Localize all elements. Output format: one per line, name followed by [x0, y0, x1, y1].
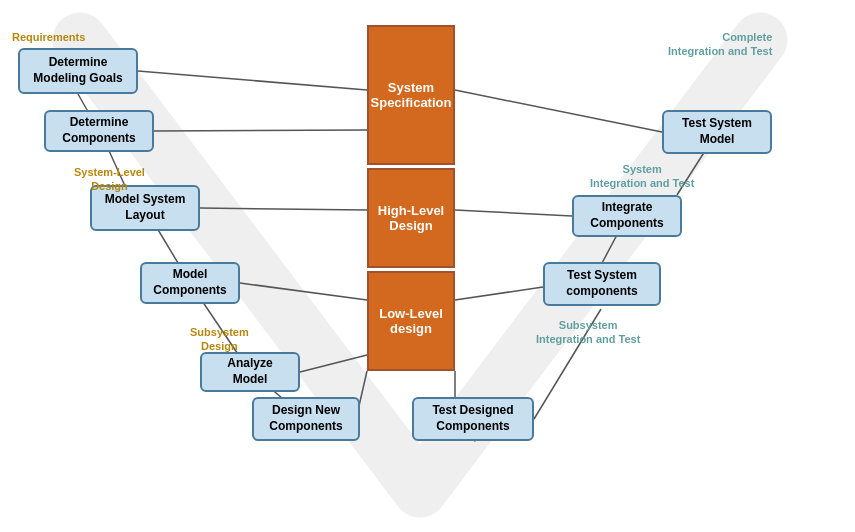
- integrate-components-box: IntegrateComponents: [572, 195, 682, 237]
- system-level-design-label: System-LevelDesign: [74, 165, 145, 194]
- test-system-model-label: Test SystemModel: [682, 116, 752, 147]
- test-designed-components-label: Test DesignedComponents: [432, 403, 513, 434]
- model-components-box: ModelComponents: [140, 262, 240, 304]
- determine-components-label: DetermineComponents: [62, 115, 135, 146]
- design-new-components-label: Design NewComponents: [269, 403, 342, 434]
- subsystem-integration-test-label: SubsystemIntegration and Test: [536, 318, 640, 347]
- determine-modeling-goals-box: DetermineModeling Goals: [18, 48, 138, 94]
- requirements-label: Requirements: [12, 30, 85, 44]
- complete-integration-test-label: CompleteIntegration and Test: [668, 30, 772, 59]
- svg-line-0: [138, 71, 367, 90]
- high-level-design-label: High-Level Design: [378, 203, 444, 233]
- diagram-container: System Specification High-Level Design L…: [0, 0, 855, 532]
- high-level-design-box: High-Level Design: [367, 168, 455, 268]
- svg-line-3: [240, 283, 367, 300]
- low-level-design-box: Low-Level design: [367, 271, 455, 371]
- test-designed-components-box: Test DesignedComponents: [412, 397, 534, 441]
- analyze-model-label: AnalyzeModel: [227, 356, 272, 387]
- system-integration-test-label: SystemIntegration and Test: [590, 162, 694, 191]
- subsystem-design-label: SubsystemDesign: [190, 325, 249, 354]
- system-specification-box: System Specification: [367, 25, 455, 165]
- svg-line-7: [455, 90, 662, 132]
- determine-modeling-goals-label: DetermineModeling Goals: [33, 55, 122, 86]
- svg-line-8: [455, 210, 572, 216]
- system-spec-label: System Specification: [371, 80, 452, 110]
- model-system-layout-label: Model SystemLayout: [105, 192, 186, 223]
- test-system-model-box: Test SystemModel: [662, 110, 772, 154]
- svg-line-1: [154, 130, 367, 131]
- determine-components-box: DetermineComponents: [44, 110, 154, 152]
- svg-line-4: [300, 355, 367, 372]
- integrate-components-label: IntegrateComponents: [590, 200, 663, 231]
- test-system-components-label: Test Systemcomponents: [566, 268, 637, 299]
- model-components-label: ModelComponents: [153, 267, 226, 298]
- svg-line-9: [455, 287, 543, 300]
- svg-line-2: [200, 208, 367, 210]
- analyze-model-box: AnalyzeModel: [200, 352, 300, 392]
- design-new-components-box: Design NewComponents: [252, 397, 360, 441]
- test-system-components-box: Test Systemcomponents: [543, 262, 661, 306]
- low-level-design-label: Low-Level design: [379, 306, 443, 336]
